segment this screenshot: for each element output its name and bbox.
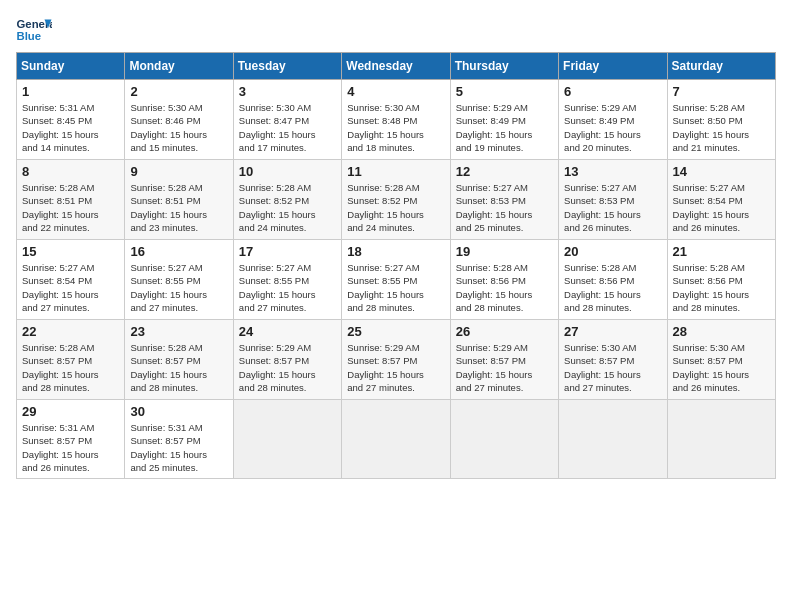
day-info: Sunrise: 5:27 AM Sunset: 8:55 PM Dayligh… — [239, 261, 336, 314]
calendar-day-cell — [233, 400, 341, 479]
calendar-day-cell: 27Sunrise: 5:30 AM Sunset: 8:57 PM Dayli… — [559, 320, 667, 400]
calendar-day-cell: 21Sunrise: 5:28 AM Sunset: 8:56 PM Dayli… — [667, 240, 775, 320]
day-number: 16 — [130, 244, 227, 259]
calendar-day-cell: 18Sunrise: 5:27 AM Sunset: 8:55 PM Dayli… — [342, 240, 450, 320]
day-info: Sunrise: 5:31 AM Sunset: 8:57 PM Dayligh… — [130, 421, 227, 474]
day-number: 15 — [22, 244, 119, 259]
day-info: Sunrise: 5:28 AM Sunset: 8:52 PM Dayligh… — [239, 181, 336, 234]
calendar-week-row: 29Sunrise: 5:31 AM Sunset: 8:57 PM Dayli… — [17, 400, 776, 479]
calendar-header-day: Saturday — [667, 53, 775, 80]
calendar-day-cell: 4Sunrise: 5:30 AM Sunset: 8:48 PM Daylig… — [342, 80, 450, 160]
calendar-day-cell: 14Sunrise: 5:27 AM Sunset: 8:54 PM Dayli… — [667, 160, 775, 240]
day-number: 24 — [239, 324, 336, 339]
day-number: 6 — [564, 84, 661, 99]
day-number: 19 — [456, 244, 553, 259]
day-info: Sunrise: 5:29 AM Sunset: 8:49 PM Dayligh… — [564, 101, 661, 154]
day-info: Sunrise: 5:30 AM Sunset: 8:47 PM Dayligh… — [239, 101, 336, 154]
day-info: Sunrise: 5:27 AM Sunset: 8:53 PM Dayligh… — [456, 181, 553, 234]
calendar-day-cell: 8Sunrise: 5:28 AM Sunset: 8:51 PM Daylig… — [17, 160, 125, 240]
day-number: 25 — [347, 324, 444, 339]
calendar-day-cell: 10Sunrise: 5:28 AM Sunset: 8:52 PM Dayli… — [233, 160, 341, 240]
day-info: Sunrise: 5:30 AM Sunset: 8:48 PM Dayligh… — [347, 101, 444, 154]
day-info: Sunrise: 5:28 AM Sunset: 8:51 PM Dayligh… — [130, 181, 227, 234]
calendar-day-cell: 12Sunrise: 5:27 AM Sunset: 8:53 PM Dayli… — [450, 160, 558, 240]
day-info: Sunrise: 5:28 AM Sunset: 8:51 PM Dayligh… — [22, 181, 119, 234]
calendar-day-cell: 30Sunrise: 5:31 AM Sunset: 8:57 PM Dayli… — [125, 400, 233, 479]
calendar-day-cell: 11Sunrise: 5:28 AM Sunset: 8:52 PM Dayli… — [342, 160, 450, 240]
day-number: 5 — [456, 84, 553, 99]
day-number: 12 — [456, 164, 553, 179]
day-info: Sunrise: 5:29 AM Sunset: 8:49 PM Dayligh… — [456, 101, 553, 154]
day-number: 23 — [130, 324, 227, 339]
day-number: 21 — [673, 244, 770, 259]
calendar-day-cell: 23Sunrise: 5:28 AM Sunset: 8:57 PM Dayli… — [125, 320, 233, 400]
calendar-day-cell: 13Sunrise: 5:27 AM Sunset: 8:53 PM Dayli… — [559, 160, 667, 240]
calendar-day-cell: 7Sunrise: 5:28 AM Sunset: 8:50 PM Daylig… — [667, 80, 775, 160]
page-header: General Blue — [16, 16, 776, 44]
calendar-day-cell: 29Sunrise: 5:31 AM Sunset: 8:57 PM Dayli… — [17, 400, 125, 479]
day-info: Sunrise: 5:28 AM Sunset: 8:57 PM Dayligh… — [130, 341, 227, 394]
day-info: Sunrise: 5:28 AM Sunset: 8:52 PM Dayligh… — [347, 181, 444, 234]
day-number: 2 — [130, 84, 227, 99]
calendar-table: SundayMondayTuesdayWednesdayThursdayFrid… — [16, 52, 776, 479]
calendar-header-day: Wednesday — [342, 53, 450, 80]
calendar-week-row: 15Sunrise: 5:27 AM Sunset: 8:54 PM Dayli… — [17, 240, 776, 320]
calendar-day-cell: 15Sunrise: 5:27 AM Sunset: 8:54 PM Dayli… — [17, 240, 125, 320]
calendar-header-day: Tuesday — [233, 53, 341, 80]
day-info: Sunrise: 5:31 AM Sunset: 8:45 PM Dayligh… — [22, 101, 119, 154]
calendar-day-cell: 6Sunrise: 5:29 AM Sunset: 8:49 PM Daylig… — [559, 80, 667, 160]
day-info: Sunrise: 5:27 AM Sunset: 8:54 PM Dayligh… — [22, 261, 119, 314]
calendar-body: 1Sunrise: 5:31 AM Sunset: 8:45 PM Daylig… — [17, 80, 776, 479]
day-info: Sunrise: 5:27 AM Sunset: 8:54 PM Dayligh… — [673, 181, 770, 234]
day-number: 20 — [564, 244, 661, 259]
logo: General Blue — [16, 16, 52, 44]
day-info: Sunrise: 5:27 AM Sunset: 8:55 PM Dayligh… — [347, 261, 444, 314]
day-number: 29 — [22, 404, 119, 419]
calendar-week-row: 1Sunrise: 5:31 AM Sunset: 8:45 PM Daylig… — [17, 80, 776, 160]
calendar-header-day: Monday — [125, 53, 233, 80]
calendar-day-cell: 24Sunrise: 5:29 AM Sunset: 8:57 PM Dayli… — [233, 320, 341, 400]
calendar-day-cell: 16Sunrise: 5:27 AM Sunset: 8:55 PM Dayli… — [125, 240, 233, 320]
calendar-day-cell: 1Sunrise: 5:31 AM Sunset: 8:45 PM Daylig… — [17, 80, 125, 160]
day-info: Sunrise: 5:28 AM Sunset: 8:56 PM Dayligh… — [456, 261, 553, 314]
calendar-day-cell: 20Sunrise: 5:28 AM Sunset: 8:56 PM Dayli… — [559, 240, 667, 320]
day-info: Sunrise: 5:30 AM Sunset: 8:46 PM Dayligh… — [130, 101, 227, 154]
calendar-day-cell — [559, 400, 667, 479]
day-number: 10 — [239, 164, 336, 179]
day-number: 26 — [456, 324, 553, 339]
day-number: 1 — [22, 84, 119, 99]
calendar-day-cell — [450, 400, 558, 479]
day-info: Sunrise: 5:28 AM Sunset: 8:56 PM Dayligh… — [564, 261, 661, 314]
day-number: 28 — [673, 324, 770, 339]
day-info: Sunrise: 5:30 AM Sunset: 8:57 PM Dayligh… — [564, 341, 661, 394]
calendar-day-cell: 3Sunrise: 5:30 AM Sunset: 8:47 PM Daylig… — [233, 80, 341, 160]
day-number: 7 — [673, 84, 770, 99]
calendar-day-cell: 28Sunrise: 5:30 AM Sunset: 8:57 PM Dayli… — [667, 320, 775, 400]
day-info: Sunrise: 5:27 AM Sunset: 8:55 PM Dayligh… — [130, 261, 227, 314]
calendar-day-cell: 9Sunrise: 5:28 AM Sunset: 8:51 PM Daylig… — [125, 160, 233, 240]
day-number: 27 — [564, 324, 661, 339]
calendar-day-cell — [667, 400, 775, 479]
day-number: 22 — [22, 324, 119, 339]
day-number: 18 — [347, 244, 444, 259]
calendar-day-cell: 2Sunrise: 5:30 AM Sunset: 8:46 PM Daylig… — [125, 80, 233, 160]
day-info: Sunrise: 5:28 AM Sunset: 8:57 PM Dayligh… — [22, 341, 119, 394]
logo-icon: General Blue — [16, 16, 52, 44]
day-info: Sunrise: 5:30 AM Sunset: 8:57 PM Dayligh… — [673, 341, 770, 394]
day-number: 3 — [239, 84, 336, 99]
calendar-header-day: Sunday — [17, 53, 125, 80]
calendar-day-cell: 17Sunrise: 5:27 AM Sunset: 8:55 PM Dayli… — [233, 240, 341, 320]
day-number: 17 — [239, 244, 336, 259]
calendar-header-day: Friday — [559, 53, 667, 80]
day-info: Sunrise: 5:28 AM Sunset: 8:56 PM Dayligh… — [673, 261, 770, 314]
day-number: 9 — [130, 164, 227, 179]
day-info: Sunrise: 5:29 AM Sunset: 8:57 PM Dayligh… — [456, 341, 553, 394]
day-info: Sunrise: 5:31 AM Sunset: 8:57 PM Dayligh… — [22, 421, 119, 474]
calendar-header-row: SundayMondayTuesdayWednesdayThursdayFrid… — [17, 53, 776, 80]
calendar-week-row: 8Sunrise: 5:28 AM Sunset: 8:51 PM Daylig… — [17, 160, 776, 240]
calendar-day-cell: 22Sunrise: 5:28 AM Sunset: 8:57 PM Dayli… — [17, 320, 125, 400]
day-number: 30 — [130, 404, 227, 419]
day-number: 8 — [22, 164, 119, 179]
day-number: 11 — [347, 164, 444, 179]
calendar-day-cell — [342, 400, 450, 479]
